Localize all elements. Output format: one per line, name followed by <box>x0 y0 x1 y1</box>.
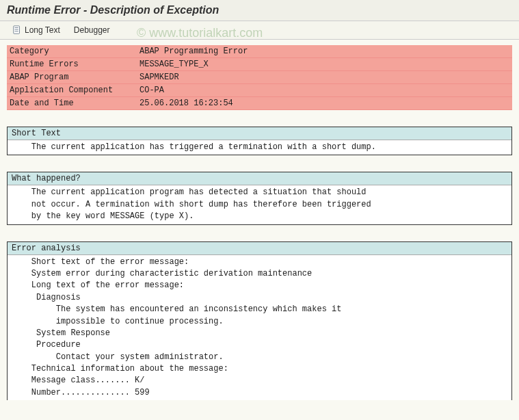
window-title: Runtime Error - Description of Exception <box>0 0 519 21</box>
meta-value: MESSAGE_TYPE_X <box>137 58 512 71</box>
meta-value: SAPMKEDR <box>137 71 512 84</box>
meta-label: Category <box>7 45 137 58</box>
table-row: Runtime ErrorsMESSAGE_TYPE_X <box>7 58 512 71</box>
long-text-button[interactable]: Long Text <box>7 24 66 36</box>
section-body: The current application program has dete… <box>8 185 511 224</box>
debugger-button[interactable]: Debugger <box>68 24 116 36</box>
toolbar: Long Text Debugger <box>0 21 519 40</box>
title-text: Runtime Error - Description of Exception <box>7 4 219 16</box>
meta-table: CategoryABAP Programming Error Runtime E… <box>7 45 512 110</box>
meta-label: Date and Time <box>7 97 137 110</box>
table-row: Application ComponentCO-PA <box>7 84 512 97</box>
meta-label: ABAP Program <box>7 71 137 84</box>
section-title: Short Text <box>8 127 511 140</box>
section-body: Short text of the error message: System … <box>8 255 511 401</box>
content-area: CategoryABAP Programming Error Runtime E… <box>0 40 519 406</box>
meta-value: 25.06.2018 16:23:54 <box>137 97 512 110</box>
document-icon <box>12 25 22 35</box>
section-title: What happened? <box>8 172 511 185</box>
long-text-label: Long Text <box>25 25 60 35</box>
table-row: Date and Time25.06.2018 16:23:54 <box>7 97 512 110</box>
short-text-section: Short Text The current application has t… <box>7 127 512 155</box>
section-title: Error analysis <box>8 242 511 255</box>
what-happened-section: What happened? The current application p… <box>7 172 512 224</box>
section-body: The current application has triggered a … <box>8 140 511 155</box>
meta-value: CO-PA <box>137 84 512 97</box>
meta-label: Application Component <box>7 84 137 97</box>
table-row: ABAP ProgramSAPMKEDR <box>7 71 512 84</box>
meta-label: Runtime Errors <box>7 58 137 71</box>
debugger-label: Debugger <box>74 25 110 35</box>
error-analysis-section: Error analysis Short text of the error m… <box>7 241 512 401</box>
meta-value: ABAP Programming Error <box>137 45 512 58</box>
table-row: CategoryABAP Programming Error <box>7 45 512 58</box>
